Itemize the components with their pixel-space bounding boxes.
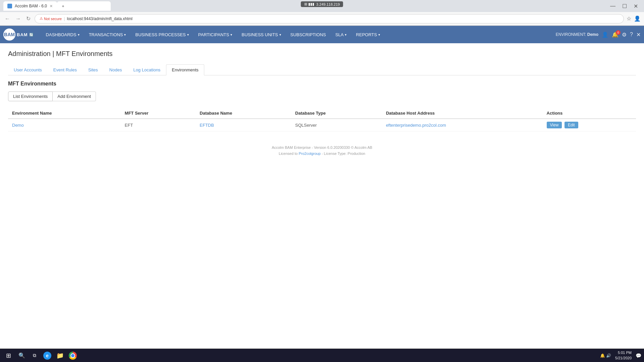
- nav-right-section: ENVIRONMENT: Demo 👤 🔔 0 ⚙ ? ✕: [556, 32, 641, 38]
- forward-button[interactable]: →: [14, 14, 22, 23]
- user-account-icon[interactable]: 👤: [634, 15, 641, 22]
- close-tab-button[interactable]: ✕: [50, 4, 53, 8]
- transactions-dropdown-arrow: ▾: [124, 33, 126, 37]
- col-actions: Actions: [543, 108, 636, 119]
- tab-sites[interactable]: Sites: [83, 64, 104, 75]
- user-icon[interactable]: 👤: [602, 32, 608, 38]
- logo-icon: BAM: [3, 28, 15, 41]
- reload-button[interactable]: ↻: [25, 14, 32, 23]
- footer-line1: Accolm BAM Enterprise - Version 6.0.2020…: [8, 145, 636, 151]
- db-host-link[interactable]: eftenterprisedemo.pro2col.com: [386, 123, 446, 128]
- tab-favicon: [7, 4, 12, 8]
- col-db-host: Database Host Address: [382, 108, 543, 119]
- section-title: MFT Environments: [8, 81, 636, 87]
- tab-user-accounts[interactable]: User Accounts: [8, 64, 48, 75]
- sub-tab-bar: List Environments Add Environment: [8, 92, 636, 101]
- ip-address: 3.249.118.219: [316, 2, 340, 6]
- col-mft-server: MFT Server: [121, 108, 196, 119]
- tab-environments[interactable]: Environments: [166, 64, 204, 75]
- cell-mft-server: EFT: [121, 119, 196, 131]
- notifications-icon[interactable]: 🔔 0: [612, 32, 619, 38]
- url-display: localhost:9443/admin/mft_data.xhtml: [67, 16, 132, 21]
- page-title: Administration | MFT Environments: [8, 50, 636, 58]
- signal-icon: ⊞ ▮▮▮: [304, 2, 314, 6]
- environment-label: ENVIRONMENT: Demo: [556, 32, 598, 37]
- settings-icon[interactable]: ⚙: [622, 32, 627, 38]
- dashboards-dropdown-arrow: ▾: [78, 33, 79, 37]
- help-icon[interactable]: ?: [630, 32, 633, 38]
- reports-dropdown-arrow: ▾: [378, 33, 380, 37]
- table-row: Demo EFT EFTDB SQLServer eftenterprisede…: [8, 119, 636, 131]
- cell-db-name: EFTDB: [196, 119, 291, 131]
- bookmark-icon[interactable]: ☆: [627, 15, 631, 22]
- nav-participants[interactable]: PARTICIPANTS ▾: [194, 26, 237, 43]
- footer: Accolm BAM Enterprise - Version 6.0.2020…: [8, 145, 636, 157]
- tab-title: Accolm BAM - 6.0: [15, 4, 47, 8]
- signal-overlay: ⊞ ▮▮▮ 3.249.118.219: [301, 1, 343, 7]
- tab-log-locations[interactable]: Log Locations: [127, 64, 166, 75]
- address-bar[interactable]: ⚠ Not secure | localhost:9443/admin/mft_…: [35, 14, 624, 23]
- nav-dashboards[interactable]: DASHBOARDS ▾: [41, 26, 84, 43]
- col-db-type: Database Type: [291, 108, 382, 119]
- sub-tab-list-environments[interactable]: List Environments: [8, 92, 53, 101]
- view-button[interactable]: View: [547, 122, 562, 128]
- env-name-link[interactable]: Demo: [12, 123, 24, 128]
- participants-dropdown-arrow: ▾: [230, 33, 232, 37]
- navbar: BAM BAM 🔄 DASHBOARDS ▾ TRANSACTIONS ▾ BU…: [0, 26, 644, 43]
- col-env-name: Environment Name: [8, 108, 121, 119]
- new-tab-button[interactable]: ＋: [57, 1, 111, 11]
- nav-reports[interactable]: REPORTS ▾: [351, 26, 385, 43]
- notifications-badge: 0: [616, 30, 621, 35]
- nav-transactions[interactable]: TRANSACTIONS ▾: [84, 26, 131, 43]
- security-warning: ⚠ Not secure: [40, 16, 62, 21]
- brand-logo[interactable]: BAM BAM 🔄: [3, 28, 33, 41]
- nav-business-units[interactable]: BUSINESS UNITS ▾: [237, 26, 285, 43]
- business-processes-dropdown-arrow: ▾: [187, 33, 189, 37]
- cell-actions: View Edit: [543, 119, 636, 131]
- page-content: Administration | MFT Environments User A…: [0, 43, 644, 163]
- db-name-link[interactable]: EFTDB: [200, 123, 214, 128]
- cell-db-host: eftenterprisedemo.pro2col.com: [382, 119, 543, 131]
- tab-event-rules[interactable]: Event Rules: [48, 64, 83, 75]
- close-app-icon[interactable]: ✕: [636, 32, 641, 38]
- minimize-button[interactable]: —: [607, 2, 618, 10]
- footer-link[interactable]: Pro2colgroup: [299, 152, 320, 156]
- close-window-button[interactable]: ✕: [631, 2, 641, 10]
- nav-business-processes[interactable]: BUSINESS PROCESSES ▾: [130, 26, 193, 43]
- business-units-dropdown-arrow: ▾: [279, 33, 281, 37]
- nav-subscriptions[interactable]: SUBSCRIPTIONS: [286, 26, 331, 43]
- tab-bar: User Accounts Event Rules Sites Nodes Lo…: [8, 64, 636, 75]
- maximize-button[interactable]: ☐: [620, 2, 630, 10]
- sla-dropdown-arrow: ▾: [345, 33, 346, 37]
- browser-tab[interactable]: Accolm BAM - 6.0 ✕: [3, 1, 57, 11]
- nav-menu: DASHBOARDS ▾ TRANSACTIONS ▾ BUSINESS PRO…: [41, 26, 556, 43]
- edit-button[interactable]: Edit: [565, 122, 578, 128]
- footer-line2: Licensed to Pro2colgroup - License Type:…: [8, 151, 636, 157]
- back-button[interactable]: ←: [3, 14, 11, 23]
- cell-db-type: SQLServer: [291, 119, 382, 131]
- cell-env-name: Demo: [8, 119, 121, 131]
- nav-sla[interactable]: SLA ▾: [331, 26, 352, 43]
- col-db-name: Database Name: [196, 108, 291, 119]
- sub-tab-add-environment[interactable]: Add Environment: [53, 92, 96, 101]
- table-header-row: Environment Name MFT Server Database Nam…: [8, 108, 636, 119]
- environments-table: Environment Name MFT Server Database Nam…: [8, 108, 636, 131]
- tab-nodes[interactable]: Nodes: [104, 64, 128, 75]
